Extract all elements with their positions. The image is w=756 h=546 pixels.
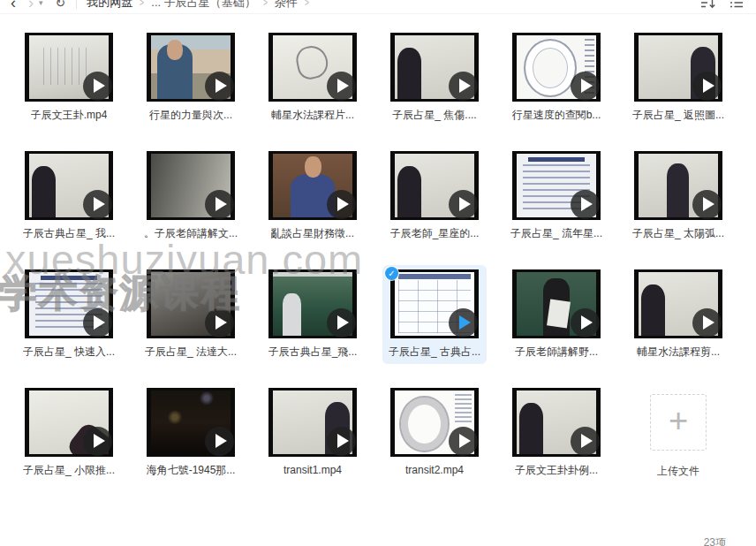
file-name: 亂談占星財務徵... (271, 227, 354, 240)
video-thumbnail[interactable] (147, 151, 235, 220)
file-name: 子辰占星_ 焦傷.... (392, 109, 476, 122)
video-thumbnail[interactable] (512, 33, 601, 102)
file-card[interactable]: ✓ 子辰占星_ 古典占... (382, 265, 487, 364)
play-icon[interactable] (571, 72, 600, 101)
file-name: 子辰文王卦卦例... (515, 464, 598, 477)
file-card[interactable]: ✓ 輔星水法課程片... (261, 28, 365, 127)
toolbar-divider (76, 0, 77, 9)
video-thumbnail[interactable] (268, 33, 357, 102)
file-card[interactable]: ✓ 子辰老師_星座的... (382, 147, 487, 246)
play-icon[interactable] (571, 427, 600, 456)
play-icon[interactable] (205, 190, 234, 219)
item-count: 23项 (704, 535, 726, 546)
play-icon[interactable] (205, 427, 234, 456)
history-dropdown-icon[interactable]: ▾ (39, 0, 43, 7)
file-name: 子辰占星_ 小限推... (23, 464, 115, 477)
file-name: 子辰占星_ 法達大... (145, 345, 237, 359)
video-thumbnail[interactable] (390, 33, 479, 102)
video-thumbnail[interactable] (390, 151, 479, 220)
file-card[interactable]: ✓ 子辰占星_ 法達大... (139, 265, 243, 364)
play-icon[interactable] (83, 190, 112, 219)
play-icon[interactable] (83, 427, 112, 456)
video-thumbnail[interactable] (634, 151, 722, 220)
file-card[interactable]: ✓ 子辰占星_ 快速入... (17, 265, 121, 364)
file-name: 海角七號-1945那... (147, 464, 236, 477)
play-icon[interactable] (571, 190, 600, 219)
file-card[interactable]: ✓ 子辰占星_ 流年星... (504, 147, 609, 246)
refresh-icon[interactable]: ↻ (56, 0, 66, 10)
video-thumbnail[interactable] (147, 269, 235, 338)
video-thumbnail[interactable] (25, 388, 113, 457)
file-name: 子辰文王卦.mp4 (31, 109, 108, 122)
upload-file-button[interactable]: + 上传文件 (626, 383, 730, 484)
file-card[interactable]: ✓ 子辰文王卦卦例... (504, 383, 609, 484)
video-thumbnail[interactable] (390, 388, 479, 457)
selected-checkbox-icon[interactable]: ✓ (385, 267, 398, 280)
video-thumbnail[interactable] (147, 388, 235, 457)
video-thumbnail[interactable] (512, 388, 601, 457)
play-icon[interactable] (449, 308, 478, 337)
file-card[interactable]: ✓ 行星速度的查閱b... (504, 28, 609, 127)
video-thumbnail[interactable] (390, 269, 479, 338)
file-card[interactable]: ✓ transit1.mp4 (261, 383, 365, 484)
file-card[interactable]: ✓ 子辰占星_ 太陽弧... (626, 147, 730, 246)
upload-dropzone[interactable]: + (650, 394, 707, 451)
breadcrumb-current-folder[interactable]: 杂件 (275, 0, 298, 11)
file-name: 子辰占星_ 返照圖... (632, 109, 724, 122)
file-card[interactable]: ✓ 行星的力量與次... (139, 28, 243, 127)
video-thumbnail[interactable] (268, 269, 357, 338)
file-card[interactable]: ✓ 子辰古典占星_飛... (261, 265, 365, 364)
play-icon[interactable] (692, 190, 722, 219)
video-thumbnail[interactable] (634, 269, 722, 338)
play-icon[interactable] (449, 427, 478, 456)
video-thumbnail[interactable] (147, 33, 235, 102)
play-icon[interactable] (571, 308, 600, 337)
file-name: 子辰老師講解野... (515, 345, 598, 359)
video-thumbnail[interactable] (268, 151, 357, 220)
file-card[interactable]: ✓ 子辰占星_ 焦傷.... (382, 28, 487, 127)
file-card[interactable]: ✓ 子辰古典占星_ 我... (17, 147, 121, 246)
file-card[interactable]: ✓ 子辰占星_ 小限推... (17, 383, 121, 484)
video-thumbnail[interactable] (25, 151, 113, 220)
play-icon[interactable] (205, 72, 234, 101)
file-card[interactable]: ✓ transit2.mp4 (382, 383, 487, 484)
file-name: 子辰占星_ 快速入... (23, 345, 115, 359)
play-icon[interactable] (692, 308, 722, 337)
netdisk-window: ‹ › ▾ ↻ 我的网盘 > ... 子辰占星（基础） > 杂件 > (0, 0, 756, 546)
file-grid: ✓ 子辰文王卦.mp4 ✓ 行星的力量與次... ✓ 輔星水法課程片... ✓ … (17, 28, 730, 484)
plus-icon: + (669, 404, 688, 437)
forward-icon[interactable]: › (28, 0, 34, 11)
sort-icon[interactable] (700, 0, 715, 10)
play-icon[interactable] (449, 190, 478, 219)
file-card[interactable]: ✓ 亂談占星財務徵... (261, 147, 365, 246)
list-view-icon[interactable] (730, 0, 744, 10)
play-icon[interactable] (83, 72, 112, 101)
play-icon[interactable] (327, 72, 356, 101)
file-card[interactable]: ✓ 子辰占星_ 返照圖... (626, 28, 730, 127)
video-thumbnail[interactable] (25, 269, 113, 338)
file-card[interactable]: ✓ 子辰老師講解野... (504, 265, 609, 364)
video-thumbnail[interactable] (512, 269, 601, 338)
back-icon[interactable]: ‹ (11, 0, 16, 11)
breadcrumb-collapsed-parent[interactable]: ... 子辰占星（基础） (151, 0, 255, 11)
play-icon[interactable] (692, 72, 722, 101)
file-name: 子辰占星_ 流年星... (510, 227, 602, 240)
breadcrumb-separator: > (305, 0, 309, 9)
file-card[interactable]: ✓ 海角七號-1945那... (139, 383, 243, 484)
breadcrumb-separator: > (140, 0, 144, 9)
play-icon[interactable] (449, 72, 478, 101)
play-icon[interactable] (205, 308, 234, 337)
file-card[interactable]: ✓ 。子辰老師講解文... (139, 147, 243, 246)
play-icon[interactable] (327, 427, 356, 456)
file-card[interactable]: ✓ 輔星水法課程剪... (626, 265, 730, 364)
play-icon[interactable] (327, 190, 356, 219)
play-icon[interactable] (327, 308, 356, 337)
video-thumbnail[interactable] (634, 33, 722, 102)
video-thumbnail[interactable] (512, 151, 601, 220)
file-card[interactable]: ✓ 子辰文王卦.mp4 (17, 28, 121, 127)
video-thumbnail[interactable] (25, 33, 113, 102)
breadcrumb-my-drive[interactable]: 我的网盘 (87, 0, 132, 11)
video-thumbnail[interactable] (268, 388, 357, 457)
file-name: 行星速度的查閱b... (512, 109, 601, 122)
play-icon[interactable] (83, 308, 112, 337)
